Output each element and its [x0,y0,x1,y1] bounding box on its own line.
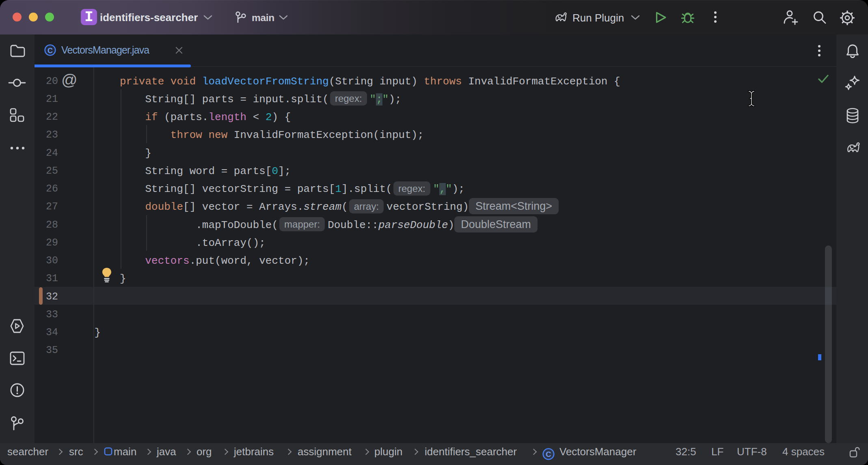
svg-text:C: C [546,450,551,459]
svg-text:C: C [48,47,53,55]
